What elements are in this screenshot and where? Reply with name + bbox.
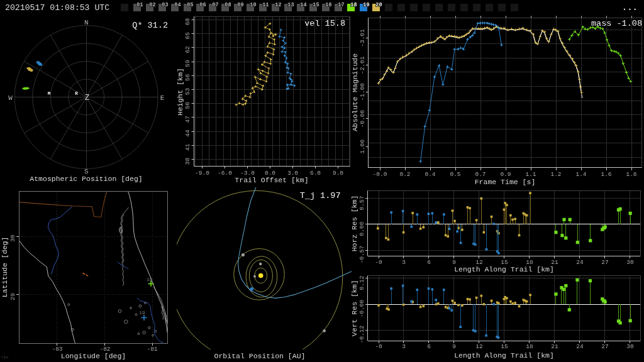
svg-text:1.4: 1.4 (575, 171, 586, 178)
svg-text:Trail Offset [km]: Trail Offset [km] (235, 176, 308, 184)
svg-text:Z: Z (85, 94, 89, 102)
svg-text:56: 56 (184, 74, 191, 81)
svg-text:9.0: 9.0 (333, 170, 343, 177)
svg-text:-3.0: -3.0 (240, 170, 255, 177)
svg-text:0.5: 0.5 (450, 171, 460, 178)
svg-text:1.8: 1.8 (626, 171, 636, 178)
svg-text:68: 68 (184, 18, 191, 26)
svg-text:-9.0: -9.0 (195, 170, 209, 177)
svg-text:59: 59 (184, 60, 191, 67)
svg-text:9: 9 (452, 343, 456, 350)
svg-text:-81: -81 (147, 346, 157, 353)
svg-text:0.9: 0.9 (500, 171, 511, 178)
svg-text:-1.00: -1.00 (359, 83, 366, 101)
svg-text:vel 15.8: vel 15.8 (304, 19, 345, 28)
svg-text:...: ... (622, 3, 638, 13)
svg-text:47: 47 (184, 116, 191, 123)
svg-text:6: 6 (427, 343, 431, 350)
svg-text:07: 07 (212, 2, 218, 8)
svg-text:30: 30 (626, 343, 634, 350)
svg-text:50: 50 (184, 102, 191, 109)
svg-text:03: 03 (162, 2, 168, 8)
svg-text:Length Along Trail [km]: Length Along Trail [km] (454, 265, 554, 273)
svg-text:Vert Res [km]: Vert Res [km] (350, 280, 358, 336)
svg-text:0.0: 0.0 (265, 170, 275, 177)
svg-text:18: 18 (526, 343, 533, 350)
svg-text:-0.00: -0.00 (359, 109, 366, 128)
svg-text:W: W (8, 94, 13, 102)
svg-text:3: 3 (402, 343, 406, 350)
svg-text:-6.0: -6.0 (218, 170, 232, 177)
svg-text:0.00: 0.00 (358, 221, 365, 236)
svg-text:3: 3 (402, 259, 406, 266)
svg-text:27: 27 (601, 343, 608, 350)
svg-text:0.4: 0.4 (425, 171, 435, 178)
svg-text:Longitude [deg]: Longitude [deg] (61, 352, 126, 360)
svg-text:Horz Res [km]: Horz Res [km] (350, 195, 358, 252)
svg-text:13: 13 (287, 2, 294, 8)
svg-text:Absolute Magnitude: Absolute Magnitude (351, 53, 359, 131)
svg-text:17: 17 (338, 2, 344, 8)
svg-text:41: 41 (184, 143, 191, 151)
svg-text:Q* 31.2: Q* 31.2 (132, 21, 168, 30)
svg-text:20210517 01:08:53 UTC: 20210517 01:08:53 UTC (5, 3, 109, 13)
svg-text:18: 18 (350, 2, 357, 8)
svg-text:1.2: 1.2 (550, 171, 561, 178)
svg-text:10: 10 (250, 2, 256, 8)
svg-text:0.7: 0.7 (475, 171, 486, 178)
svg-text:R: R (75, 91, 78, 96)
svg-text:14: 14 (300, 2, 306, 8)
svg-text:18: 18 (147, 277, 153, 282)
svg-text:-0: -0 (375, 259, 382, 266)
svg-text:12: 12 (475, 343, 483, 350)
svg-text:E: E (160, 94, 165, 102)
svg-text:19: 19 (139, 310, 145, 315)
svg-text:20: 20 (375, 2, 382, 8)
svg-text:38: 38 (184, 158, 191, 165)
svg-text:09: 09 (237, 2, 243, 8)
svg-text:6: 6 (427, 259, 431, 266)
svg-text:44: 44 (184, 129, 191, 137)
svg-text:-0.0: -0.0 (373, 171, 387, 178)
svg-text:0.12: 0.12 (358, 275, 365, 290)
svg-text:-0.00: -0.00 (358, 299, 365, 317)
svg-text:27: 27 (601, 259, 608, 266)
svg-text:-3.01: -3.01 (359, 29, 366, 47)
svg-text:Length Along Trail [km]: Length Along Trail [km] (454, 351, 554, 359)
svg-text:rjw: rjw (1, 355, 8, 359)
svg-text:62: 62 (184, 46, 191, 53)
svg-text:24: 24 (576, 259, 584, 266)
svg-text:21: 21 (551, 343, 558, 350)
svg-text:15: 15 (313, 2, 319, 8)
svg-text:3.0: 3.0 (287, 170, 298, 177)
svg-text:Frame Time [s]: Frame Time [s] (475, 178, 536, 186)
svg-text:05: 05 (187, 2, 193, 8)
svg-text:-0: -0 (375, 343, 382, 350)
svg-text:Latitude [deg]: Latitude [deg] (1, 237, 9, 298)
svg-text:65: 65 (184, 32, 191, 40)
svg-text:Atmospheric Position [deg]: Atmospheric Position [deg] (30, 175, 142, 183)
svg-text:06: 06 (199, 2, 206, 8)
svg-text:04: 04 (174, 2, 180, 8)
svg-text:19: 19 (363, 2, 369, 8)
svg-text:29: 29 (9, 293, 16, 300)
svg-text:T_j 1.97: T_j 1.97 (300, 191, 341, 200)
svg-text:15: 15 (501, 343, 508, 350)
svg-text:-2.01: -2.01 (359, 56, 366, 74)
svg-text:1.6: 1.6 (601, 171, 611, 178)
svg-text:Orbital Position [AU]: Orbital Position [AU] (214, 352, 306, 360)
svg-text:30: 30 (626, 259, 634, 266)
svg-text:11: 11 (262, 2, 269, 8)
svg-text:0.57: 0.57 (358, 196, 365, 211)
svg-text:1.1: 1.1 (525, 171, 536, 178)
svg-text:0.2: 0.2 (399, 171, 410, 178)
svg-text:01: 01 (136, 2, 143, 8)
svg-text:53: 53 (184, 88, 191, 96)
svg-text:1.00: 1.00 (359, 140, 366, 154)
svg-text:M: M (48, 91, 51, 96)
svg-text:Height [km]: Height [km] (176, 68, 184, 116)
svg-text:6.0: 6.0 (310, 170, 321, 177)
svg-text:-0.57: -0.57 (358, 246, 365, 264)
svg-text:16: 16 (325, 2, 331, 8)
svg-text:24: 24 (576, 343, 584, 350)
